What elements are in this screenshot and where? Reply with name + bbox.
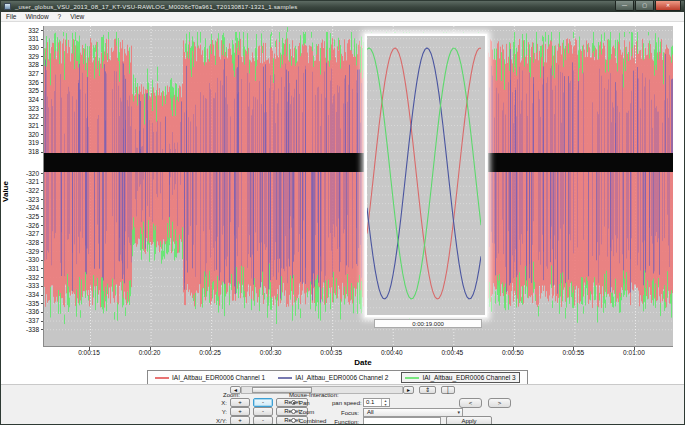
close-button[interactable]: ✕	[655, 1, 681, 11]
x-tick-label: 0:01:00	[612, 349, 656, 356]
x-tick-mark	[331, 347, 332, 350]
signal-plot-canvas[interactable]	[44, 26, 673, 346]
y-tick-label: -321	[1, 178, 39, 185]
x-tick-mark	[634, 347, 635, 350]
y-tick-label: -327	[1, 230, 39, 237]
legend: IAI_Altbau_EDR0006 Channel 1IAI_Altbau_E…	[147, 370, 528, 385]
y-tick-label: 331	[1, 35, 39, 42]
x-tick-mark	[392, 347, 393, 350]
x-tick-mark	[452, 347, 453, 350]
mouse-interaction-label: Mouse-Interaction:	[289, 392, 339, 398]
utility-button-2[interactable]: │	[441, 386, 455, 394]
app-icon	[4, 3, 11, 10]
menu-window[interactable]: Window	[25, 13, 48, 20]
scrollbar-right-arrow[interactable]: ▸	[403, 386, 414, 394]
pan-left-button[interactable]: <	[459, 398, 482, 408]
inset-wave-1	[367, 48, 481, 299]
app-window: _user_globus_VSU_2013_08_17_KT-VSU-RAWLO…	[0, 0, 685, 425]
spinner-arrows-icon[interactable]: ▴▾	[381, 399, 389, 406]
y-tick-label: 326	[1, 79, 39, 86]
x-axis-title: Date	[323, 358, 403, 367]
y-tick-label: -333	[1, 282, 39, 289]
zoom-xy-minus-button[interactable]: -	[253, 416, 273, 425]
y-tick-label: -324	[1, 204, 39, 211]
maximize-button[interactable]: ▢	[635, 1, 654, 11]
y-tick-label: 325	[1, 87, 39, 94]
y-tick-label: 318	[1, 148, 39, 155]
chevron-down-icon: ▾	[457, 409, 460, 416]
pan-speed-value: 0.1	[366, 399, 374, 405]
plot-area[interactable]: 0:00:19.000	[43, 26, 673, 347]
title-bar[interactable]: _user_globus_VSU_2013_08_17_KT-VSU-RAWLO…	[1, 1, 684, 12]
y-tick-label: 319	[1, 139, 39, 146]
pan-speed-label: pan speed:	[332, 400, 362, 406]
radio-zoom-label[interactable]: Zoom	[299, 409, 314, 415]
y-tick-label: -335	[1, 300, 39, 307]
y-tick-label: -323	[1, 196, 39, 203]
x-tick-mark	[271, 347, 272, 350]
y-tick-label: 332	[1, 27, 39, 34]
y-tick-label: -338	[1, 326, 39, 333]
legend-swatch	[278, 377, 292, 379]
zoom-y-label: Y:	[201, 409, 227, 415]
y-tick-label: -334	[1, 291, 39, 298]
y-tick-label: -325	[1, 213, 39, 220]
zoom-x-minus-button[interactable]: -	[253, 398, 273, 407]
legend-entry-channel-3[interactable]: IAI_Altbau_EDR0006 Channel 3	[401, 372, 519, 383]
pan-right-button[interactable]: >	[488, 398, 511, 408]
y-tick-label: 324	[1, 96, 39, 103]
function-label: Function:	[327, 419, 359, 425]
radio-zoom[interactable]	[291, 409, 296, 414]
y-tick-label: 321	[1, 122, 39, 129]
x-tick-label: 0:00:55	[551, 349, 595, 356]
utility-button-1[interactable]: ⇕	[419, 386, 436, 394]
y-tick-label: -330	[1, 256, 39, 263]
y-tick-label: 320	[1, 131, 39, 138]
y-tick-label: -328	[1, 239, 39, 246]
x-tick-label: 0:00:30	[249, 349, 293, 356]
sine-waves	[367, 36, 481, 311]
y-tick-label: -336	[1, 308, 39, 315]
apply-button[interactable]: Apply	[446, 416, 492, 425]
radio-combined[interactable]	[291, 418, 296, 423]
radio-pan-label[interactable]: Pan	[299, 400, 310, 406]
zoom-y-minus-button[interactable]: -	[253, 407, 273, 416]
x-tick-mark	[150, 347, 151, 350]
pan-speed-spinner[interactable]: 0.1 ▴▾	[363, 398, 390, 407]
x-tick-mark	[89, 347, 90, 350]
legend-entry-channel-2[interactable]: IAI_Altbau_EDR0006 Channel 2	[278, 374, 388, 381]
y-tick-label: -332	[1, 274, 39, 281]
radio-pan[interactable]	[291, 400, 296, 405]
menu-view[interactable]: View	[70, 13, 84, 20]
y-tick-label: -331	[1, 265, 39, 272]
radio-combined-label[interactable]: Combined	[299, 418, 326, 424]
focus-label: Focus:	[331, 410, 359, 416]
menu-help[interactable]: ?	[58, 13, 62, 20]
legend-label: IAI_Altbau_EDR0006 Channel 2	[295, 374, 388, 381]
zoom-inset-overlay[interactable]	[365, 34, 487, 317]
y-tick-label: -320	[1, 170, 39, 177]
menu-bar: File Window ? View	[1, 12, 684, 22]
y-tick-label: 329	[1, 53, 39, 60]
focus-value: All	[367, 409, 374, 415]
x-tick-mark	[513, 347, 514, 350]
x-tick-mark	[573, 347, 574, 350]
zoom-x-plus-button[interactable]: +	[230, 398, 250, 407]
y-tick-label: 323	[1, 105, 39, 112]
zoom-xy-label: X/Y:	[201, 418, 227, 424]
x-tick-label: 0:00:25	[188, 349, 232, 356]
zoom-y-plus-button[interactable]: +	[230, 407, 250, 416]
x-tick-label: 0:00:20	[128, 349, 172, 356]
y-tick-label: -337	[1, 317, 39, 324]
menu-file[interactable]: File	[6, 13, 16, 20]
legend-entry-channel-1[interactable]: IAI_Altbau_EDR0006 Channel 1	[155, 374, 265, 381]
minimize-button[interactable]: —	[615, 1, 634, 11]
x-tick-label: 0:00:15	[67, 349, 111, 356]
zoom-xy-plus-button[interactable]: +	[230, 416, 250, 425]
x-tick-label: 0:00:45	[430, 349, 474, 356]
legend-label: IAI_Altbau_EDR0006 Channel 3	[422, 374, 515, 381]
y-tick-label: -329	[1, 248, 39, 255]
function-input[interactable]	[363, 417, 441, 425]
chart-region: Value 3323313303293283273263253243233223…	[1, 22, 685, 384]
y-tick-label: -322	[1, 187, 39, 194]
